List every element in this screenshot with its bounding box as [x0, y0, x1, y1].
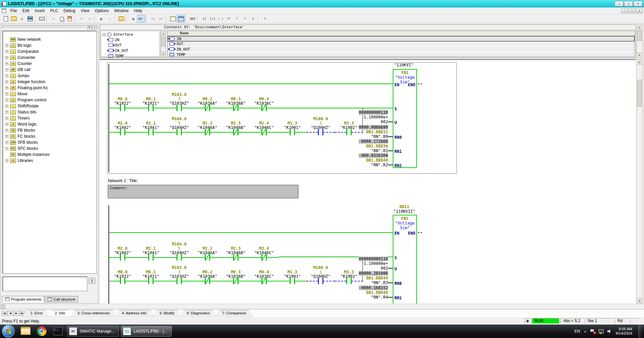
menu-item[interactable]: Help	[131, 8, 145, 14]
expand-icon[interactable]: +	[5, 105, 8, 108]
save-icon[interactable]	[26, 15, 34, 23]
sidebar-item-counter[interactable]: + +1 Counter	[3, 61, 96, 67]
child-restore-button[interactable]: □	[629, 8, 635, 13]
menu-item[interactable]: Insert	[32, 8, 47, 14]
editor-scrollbar[interactable]: ▲ ▼	[637, 59, 642, 304]
tab-nav-button[interactable]: ▶	[13, 311, 19, 316]
new-network-icon[interactable]: HKO	[189, 15, 197, 23]
sidebar-item-db-call[interactable]: + DB DB call	[3, 67, 96, 73]
ladder-contact[interactable]: M1.3 "K1001"	[278, 114, 307, 133]
panel-grip[interactable]	[2, 26, 86, 29]
fb-block-voltage-sim[interactable]: FB1 "Voltage Sim" EN ENO S U RN0 RN1	[393, 215, 417, 304]
sidebar-item-fc-blocks[interactable]: + FC FC blocks	[3, 133, 96, 139]
network-2-title[interactable]: Network 2 : Title:	[108, 178, 138, 183]
new-icon[interactable]	[2, 15, 10, 23]
menu-item[interactable]: View	[78, 8, 92, 14]
ladder-contact[interactable]: M0.2 "K1036A"	[193, 90, 222, 109]
panel-close-icon[interactable]: ×	[92, 25, 97, 29]
output-tab[interactable]: 2: Info	[47, 310, 73, 317]
ladder-contact[interactable]: M2.3 "K1046B"	[222, 114, 250, 133]
sidebar-item-comparator[interactable]: + < Comparator	[3, 48, 96, 55]
expand-icon[interactable]: +	[5, 50, 8, 53]
interface-section[interactable]: IN_OUT	[101, 48, 160, 53]
taskbar-clock[interactable]: 8:05 AM 8/14/2024	[616, 327, 632, 336]
sidebar-item-word-logic[interactable]: + & Word logic	[3, 121, 96, 127]
scroll-up-icon[interactable]: ▲	[637, 25, 642, 30]
scroll-thumb[interactable]	[161, 37, 165, 46]
copy-icon[interactable]	[58, 15, 66, 23]
ladder-contact[interactable]: M2.2 "K1046A"	[193, 240, 222, 259]
ladder-contact[interactable]: M104.0 5 "Q104HZ"	[165, 240, 193, 259]
paste-icon[interactable]	[66, 15, 74, 23]
fb-block-voltage-sim[interactable]: FB1 "Voltage Sim" EN ENO S U RN0 RN1 RN2	[393, 69, 417, 168]
declaration-row[interactable]: IN_OUT	[168, 47, 635, 52]
ladder-contact[interactable]: M2.2 "K1046A"	[193, 114, 222, 133]
expand-icon[interactable]: +	[5, 135, 8, 138]
action-center-flag-icon[interactable]	[590, 329, 595, 334]
sidebar-item-sfc-blocks[interactable]: + SFC SFC blocks	[3, 145, 96, 151]
expand-icon[interactable]: +	[5, 68, 8, 71]
scroll-thumb[interactable]	[637, 31, 642, 41]
scroll-thumb[interactable]	[637, 80, 642, 107]
separator[interactable]	[166, 15, 168, 23]
interface-section[interactable]: OUT	[101, 42, 160, 48]
separator[interactable]	[94, 15, 97, 23]
menu-item[interactable]: Debug	[61, 8, 78, 14]
separator[interactable]	[197, 15, 200, 23]
separator[interactable]	[74, 15, 77, 23]
network-status-icon[interactable]	[599, 329, 604, 333]
sidebar-item-bit-logic[interactable]: + ┤├ Bit logic	[3, 42, 96, 48]
menu-item[interactable]: File	[8, 8, 20, 14]
scroll-down-icon[interactable]: ▼	[637, 53, 642, 58]
child-minimize-button[interactable]: –	[621, 8, 628, 13]
view-overview-icon[interactable]	[177, 15, 185, 23]
expand-icon[interactable]: +	[5, 129, 8, 132]
sidebar-item-integer-function[interactable]: + ±I Integer function	[3, 79, 96, 85]
download-icon[interactable]: ⇩	[105, 15, 114, 23]
panel-tab[interactable]: Call structure	[45, 296, 78, 302]
ladder-contact[interactable]: M0.3 "K1036B"	[222, 90, 250, 109]
menu-item[interactable]: Edit	[20, 8, 32, 14]
file-explorer-icon[interactable]	[20, 326, 31, 337]
insert-contact-nc-icon[interactable]: ┤/├	[208, 15, 217, 23]
ladder-contact[interactable]: M103.0 3 "Q103HZ"	[165, 90, 193, 109]
sidebar-item-timers[interactable]: + T Timers	[3, 115, 96, 121]
output-tab[interactable]: 3: Cross-references	[70, 310, 117, 317]
start-button[interactable]	[2, 325, 15, 338]
separator[interactable]	[35, 15, 37, 23]
goto-previous-error-icon[interactable]: !«	[149, 15, 157, 23]
close-branch-icon[interactable]: ┴	[241, 15, 249, 23]
open-branch-icon[interactable]: └	[233, 15, 241, 23]
taskbar-app-button[interactable]: LAD/STL/FBD - [...	[121, 326, 171, 337]
volume-icon[interactable]	[607, 329, 612, 334]
interface-root[interactable]: − Interface	[101, 32, 160, 37]
ladder-editor[interactable]: "110KVI" M0.0 "K1032"	[100, 59, 636, 304]
show-desktop-button[interactable]	[639, 325, 642, 338]
undo-icon[interactable]: ↶	[77, 15, 86, 23]
expand-icon[interactable]: +	[5, 93, 8, 96]
monitor-variable-icon[interactable]: ◨	[129, 15, 137, 23]
ladder-contact[interactable]: M0.1 "K1031"	[137, 263, 165, 282]
scroll-down-icon[interactable]: ▼	[637, 298, 642, 303]
interface-section[interactable]: TEMP	[101, 53, 160, 59]
sidebar-item-jumps[interactable]: + ↳ Jumps	[3, 73, 96, 79]
expand-icon[interactable]: +	[5, 159, 8, 162]
tray-expand-icon[interactable]: ▲	[584, 330, 586, 333]
scroll-up-icon[interactable]: ▲	[161, 31, 166, 36]
insert-coil-icon[interactable]: ( )	[217, 15, 225, 23]
expand-icon[interactable]: +	[5, 141, 8, 144]
collapse-icon[interactable]: −	[102, 33, 105, 36]
minimize-button[interactable]: –	[615, 1, 623, 6]
expand-icon[interactable]: +	[5, 74, 8, 77]
program-elements-catalog-icon[interactable]	[117, 15, 125, 23]
sidebar-item-move[interactable]: + → Move	[3, 91, 96, 97]
scroll-up-icon[interactable]: ▲	[637, 60, 642, 65]
menu-item[interactable]: Options	[92, 8, 111, 14]
ladder-contact[interactable]: M0.3 "K1036B"	[222, 263, 250, 282]
expand-icon[interactable]: +	[5, 56, 8, 59]
sidebar-item-sfb-blocks[interactable]: + SFB SFB blocks	[3, 139, 96, 145]
redo-icon[interactable]: ↷	[86, 15, 94, 23]
panel-tab[interactable]: Program elements	[2, 296, 44, 302]
name-column-header[interactable]: Name	[168, 31, 635, 36]
separator[interactable]	[126, 15, 128, 23]
